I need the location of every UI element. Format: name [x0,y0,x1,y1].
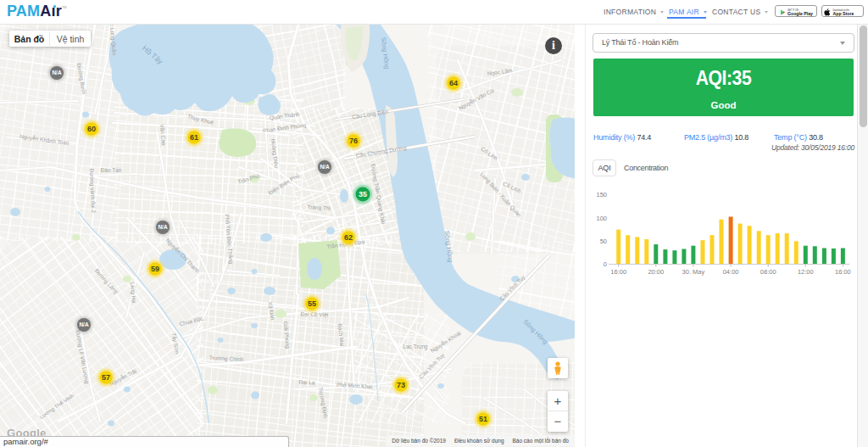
svg-text:57: 57 [102,373,110,382]
svg-text:Đào Tấn: Đào Tấn [101,166,122,173]
svg-text:N/A: N/A [320,164,330,170]
svg-text:N/A: N/A [52,70,62,75]
svg-text:N/A: N/A [158,224,168,230]
svg-text:59: 59 [151,265,159,273]
svg-text:Đại La: Đại La [299,379,316,386]
svg-text:76: 76 [349,137,358,145]
svg-text:Lạc Trung: Lạc Trung [403,344,428,350]
svg-text:60: 60 [87,125,96,133]
svg-text:73: 73 [397,381,405,389]
svg-text:51: 51 [479,415,487,423]
svg-text:Google Play: Google Play [787,11,813,16]
svg-text:N/A: N/A [79,321,89,327]
svg-text:App Store: App Store [833,11,854,16]
svg-text:61: 61 [190,133,198,142]
svg-text:35: 35 [359,190,367,198]
svg-text:55: 55 [308,299,316,308]
svg-text:64: 64 [449,79,458,87]
svg-text:62: 62 [344,233,353,242]
